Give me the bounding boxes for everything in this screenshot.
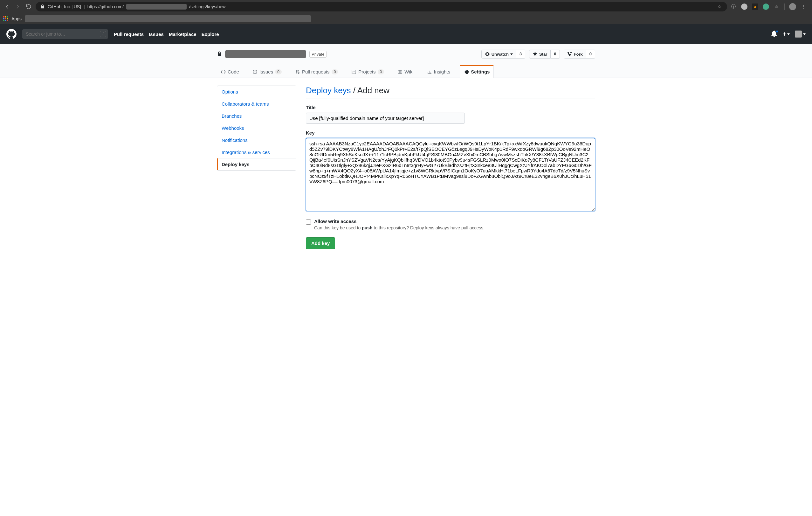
bookmarks-bar: Apps [0, 13, 812, 24]
browser-toolbar: GitHub, Inc. [US] | https://github.com/ … [0, 0, 812, 13]
deploy-keys-link[interactable]: Deploy keys [306, 86, 351, 95]
extension-icon-4[interactable]: ⚛ [774, 3, 780, 10]
chevron-down-icon [510, 53, 513, 55]
key-textarea[interactable] [306, 138, 595, 211]
tab-wiki[interactable]: Wiki [394, 65, 417, 78]
private-badge: Private [309, 51, 326, 58]
add-key-button[interactable]: Add key [306, 237, 335, 249]
fork-count[interactable]: 0 [586, 50, 595, 58]
fork-label: Fork [574, 52, 583, 57]
info-icon[interactable]: ⓘ [730, 3, 737, 10]
extension-icon-1[interactable] [741, 3, 748, 10]
unwatch-label: Unwatch [492, 52, 509, 57]
apps-icon[interactable] [3, 16, 8, 21]
tab-settings[interactable]: Settings [460, 65, 494, 78]
extension-icon-2[interactable]: a [752, 3, 758, 10]
wiki-icon [398, 70, 403, 75]
browser-forward-button[interactable] [14, 3, 22, 10]
repo-tabs: Code Issues 0 Pull requests 0 Projects 0… [210, 58, 602, 78]
title-input[interactable] [306, 113, 465, 124]
key-label: Key [306, 130, 595, 136]
notifications-button[interactable] [771, 30, 777, 38]
lock-icon [217, 52, 222, 57]
svg-point-1 [254, 71, 255, 72]
repo-name-redacted [225, 50, 306, 58]
address-url-suffix: /settings/keys/new [189, 4, 225, 9]
sidebar-item-branches[interactable]: Branches [217, 110, 296, 122]
star-icon[interactable]: ☆ [716, 3, 723, 10]
browser-profile-avatar[interactable] [789, 3, 796, 10]
settings-sidebar: Options Collaborators & teams Branches W… [217, 86, 296, 170]
browser-reload-button[interactable] [25, 3, 32, 10]
address-url-prefix: https://github.com/ [87, 4, 124, 9]
title-label: Title [306, 105, 595, 110]
slash-key-hint: / [100, 31, 106, 37]
projects-icon [351, 70, 356, 75]
user-menu[interactable] [795, 30, 806, 37]
eye-icon [485, 52, 490, 57]
browser-chrome: GitHub, Inc. [US] | https://github.com/ … [0, 0, 812, 24]
watch-count[interactable]: 3 [516, 50, 525, 58]
insights-icon [427, 70, 432, 75]
unwatch-button[interactable]: Unwatch [481, 50, 516, 58]
browser-menu-icon[interactable]: ⋮ [801, 3, 807, 10]
allow-write-hint: Can this key be used to push to this rep… [314, 225, 485, 230]
star-label: Star [539, 52, 547, 57]
github-header: / Pull requests Issues Marketplace Explo… [0, 24, 812, 44]
main-content: Deploy keys / Add new Title Key Allow wr… [306, 86, 595, 249]
sidebar-item-integrations[interactable]: Integrations & services [217, 146, 296, 158]
apps-label[interactable]: Apps [11, 16, 22, 21]
fork-button[interactable]: Fork [564, 50, 586, 58]
issue-icon [253, 70, 258, 75]
tab-issues[interactable]: Issues 0 [249, 65, 286, 78]
search-input[interactable] [22, 29, 108, 39]
sidebar-item-collaborators[interactable]: Collaborators & teams [217, 98, 296, 110]
lock-icon [40, 4, 45, 9]
star-button[interactable]: Star [529, 50, 551, 58]
extension-icon-3[interactable] [763, 3, 769, 10]
allow-write-checkbox[interactable] [306, 219, 311, 225]
nav-marketplace[interactable]: Marketplace [169, 31, 197, 37]
star-icon [532, 52, 538, 57]
browser-address-bar[interactable]: GitHub, Inc. [US] | https://github.com/ … [36, 2, 727, 11]
sidebar-item-options[interactable]: Options [217, 86, 296, 98]
page-title: Deploy keys / Add new [306, 86, 595, 99]
browser-back-button[interactable] [3, 3, 11, 10]
repo-header: Private Unwatch 3 Star 0 [210, 44, 602, 58]
nav-pull-requests[interactable]: Pull requests [114, 31, 144, 37]
browser-extensions: ⓘ a ⚛ ⋮ [730, 3, 809, 10]
nav-issues[interactable]: Issues [149, 31, 164, 37]
code-icon [221, 70, 226, 75]
github-logo[interactable] [6, 29, 17, 39]
star-count[interactable]: 0 [551, 50, 559, 58]
address-org: GitHub, Inc. [US] [48, 4, 81, 9]
header-nav: Pull requests Issues Marketplace Explore [114, 31, 219, 37]
pr-icon [295, 70, 300, 75]
sidebar-item-webhooks[interactable]: Webhooks [217, 122, 296, 134]
fork-icon [567, 52, 572, 57]
user-avatar [795, 30, 802, 37]
allow-write-label: Allow write access [314, 219, 485, 224]
sidebar-item-notifications[interactable]: Notifications [217, 134, 296, 146]
gear-icon [464, 70, 469, 75]
nav-explore[interactable]: Explore [202, 31, 219, 37]
tab-insights[interactable]: Insights [423, 65, 454, 78]
tab-projects[interactable]: Projects 0 [348, 65, 388, 78]
sidebar-item-deploy-keys[interactable]: Deploy keys [217, 158, 296, 170]
tab-code[interactable]: Code [217, 65, 243, 78]
header-search[interactable]: / [22, 29, 108, 39]
bookmarks-redacted [25, 15, 311, 22]
notification-dot [776, 30, 779, 33]
address-url-redacted [126, 4, 186, 9]
create-new-button[interactable]: + [782, 30, 790, 38]
tab-pull-requests[interactable]: Pull requests 0 [291, 65, 342, 78]
